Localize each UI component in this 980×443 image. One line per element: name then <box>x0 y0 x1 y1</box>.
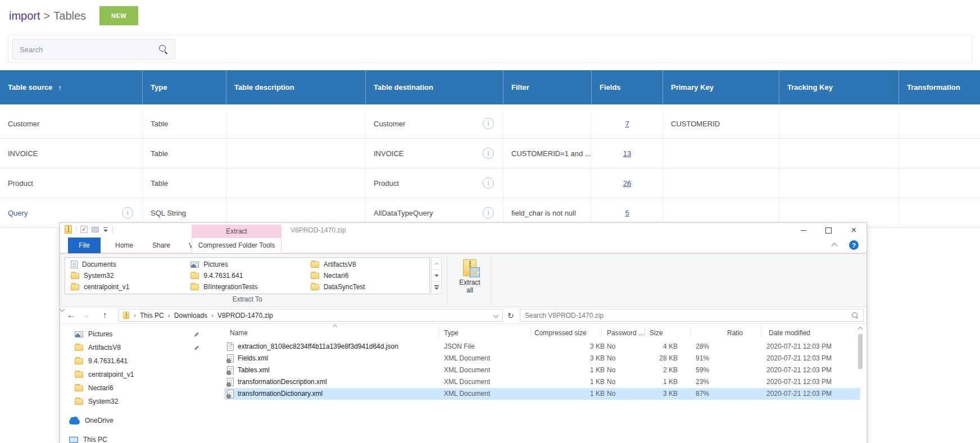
gallery-item-label: BIIntegrationTests <box>203 283 257 291</box>
search-icon[interactable] <box>159 45 168 54</box>
address-dropdown-icon[interactable] <box>493 313 499 318</box>
gallery-folder-item[interactable]: Nectari6 <box>307 270 427 281</box>
gallery-scroll-down-icon[interactable] <box>431 270 442 282</box>
gallery-folder-item[interactable]: centralpoint_v1 <box>67 281 187 293</box>
close-button[interactable] <box>841 223 866 238</box>
tab-file[interactable]: File <box>68 238 101 253</box>
column-header-table-description[interactable]: Table description <box>226 70 366 104</box>
gallery-scroll-up-icon[interactable] <box>431 257 442 270</box>
file-row[interactable]: Tables.xmlXML Document1 KBNo2 KB59%2020-… <box>224 364 860 376</box>
sidebar-item-onedrive[interactable]: OneDrive <box>60 414 221 427</box>
file-column-size[interactable]: Size <box>650 329 663 337</box>
zip-file-icon[interactable] <box>65 225 72 234</box>
column-header-transformation[interactable]: Transformation <box>899 70 980 104</box>
column-resize-handle[interactable] <box>691 326 691 337</box>
search-input[interactable]: Search <box>12 39 175 60</box>
fields-count-link[interactable]: 26 <box>623 179 631 188</box>
file-column-type[interactable]: Type <box>444 329 459 337</box>
sidebar-item-artifactsv8[interactable]: ArtifactsV8 <box>60 341 221 354</box>
refresh-icon[interactable]: ↻ <box>507 311 514 320</box>
file-column-name[interactable]: Name <box>230 329 248 337</box>
gallery-folder-item[interactable]: DataSyncTest <box>307 281 427 293</box>
info-icon[interactable] <box>483 118 494 129</box>
fields-count-link[interactable]: 5 <box>625 209 629 217</box>
table-row[interactable]: INVOICETableINVOICECUSTOMERID=1 and ...1… <box>0 139 980 168</box>
file-date-modified: 2020-07-21 12:03 PM <box>766 342 832 350</box>
minimize-button[interactable] <box>791 223 816 238</box>
collapse-ribbon-icon[interactable] <box>832 242 837 248</box>
up-icon[interactable]: ↑ <box>103 310 107 319</box>
sidebar-item-system32[interactable]: System32 <box>60 395 221 408</box>
address-bar[interactable]: This PC Downloads V8PROD-1470.zip <box>119 309 503 322</box>
fields-count-link[interactable]: 13 <box>623 149 631 158</box>
forward-icon[interactable]: → <box>81 310 90 319</box>
sidebar-item-centralpoint-v1[interactable]: centralpoint_v1 <box>60 368 221 381</box>
folder-icon[interactable] <box>92 227 99 232</box>
cell-type: Table <box>143 139 226 168</box>
file-row[interactable]: extraction_8108ec8234ff4b11a139e8f3d941d… <box>224 341 860 353</box>
sidebar-item-9-4-7631-641[interactable]: 9.4.7631.641 <box>60 354 221 368</box>
table-source-link[interactable]: Query <box>8 209 28 217</box>
check-icon[interactable] <box>80 226 88 233</box>
address-segment-zip[interactable]: V8PROD-1470.zip <box>217 312 273 319</box>
file-name: extraction_8108ec8234ff4b11a139e8f3d941d… <box>238 342 398 350</box>
column-header-fields[interactable]: Fields <box>592 70 663 104</box>
column-resize-handle[interactable] <box>601 326 602 337</box>
info-icon[interactable] <box>122 207 133 218</box>
folder-icon <box>75 345 83 351</box>
file-column-ratio[interactable]: Ratio <box>727 329 743 337</box>
explorer-search-input[interactable]: Search V8PROD-1470.zip <box>520 309 864 322</box>
column-header-tracking-key[interactable]: Tracking Key <box>779 70 899 104</box>
table-row[interactable]: CustomerTableCustomer7CUSTOMERID <box>0 109 980 139</box>
column-header-table-source[interactable]: Table source ↑ <box>0 70 143 104</box>
sidebar-item-nectari6[interactable]: Nectari6 <box>60 381 221 395</box>
column-resize-handle[interactable] <box>761 326 761 337</box>
column-header-filter[interactable]: Filter <box>503 70 592 104</box>
file-row[interactable]: transformationDictionary.xmlXML Document… <box>224 388 860 400</box>
file-row[interactable]: transformationDescription.xmlXML Documen… <box>224 376 860 388</box>
file-column-compressed-size[interactable]: Compressed size <box>534 329 587 337</box>
back-icon[interactable]: ← <box>67 310 75 319</box>
explorer-titlebar[interactable]: Extract V8PROD-1470.zip <box>60 223 866 238</box>
table-row[interactable]: ProductTableProduct26 <box>0 168 980 198</box>
gallery-folder-item[interactable]: System32 <box>67 270 187 281</box>
column-resize-handle[interactable] <box>439 326 439 337</box>
file-column-password[interactable]: Password ... <box>607 329 644 337</box>
column-header-table-destination[interactable]: Table destination <box>366 70 503 104</box>
info-icon[interactable] <box>483 148 494 159</box>
address-segment-downloads[interactable]: Downloads <box>174 312 207 319</box>
contextual-tab-extract[interactable]: Extract <box>192 225 282 238</box>
new-button[interactable]: NEW <box>99 6 138 25</box>
gallery-more-icon[interactable] <box>431 282 442 294</box>
gallery-folder-item[interactable]: 9.4.7631.641 <box>187 270 307 281</box>
sort-caret-icon[interactable] <box>332 324 338 328</box>
fields-count-link[interactable]: 7 <box>625 120 629 128</box>
tab-compressed-folder-tools[interactable]: Compressed Folder Tools <box>192 238 282 253</box>
cell-fields: 7 <box>592 109 663 138</box>
file-row[interactable]: Fields.xmlXML Document3 KBNo28 KB91%2020… <box>224 353 860 364</box>
column-header-type[interactable]: Type <box>143 70 226 104</box>
gallery-folder-item[interactable]: BIIntegrationTests <box>187 281 307 293</box>
info-icon[interactable] <box>483 177 494 189</box>
gallery-folder-item[interactable]: Pictures <box>187 259 307 270</box>
breadcrumb-section[interactable]: import <box>9 10 40 22</box>
tab-share[interactable]: Share <box>146 238 177 253</box>
help-icon[interactable]: ? <box>849 240 859 250</box>
extract-all-button[interactable]: Extractall <box>453 257 486 304</box>
table-source-text: Product <box>8 179 33 188</box>
gallery-folder-item[interactable]: ArtifactsV8 <box>307 259 427 270</box>
import-tables-table: Table source ↑ Type Table description Ta… <box>0 70 980 228</box>
maximize-button[interactable] <box>816 223 841 238</box>
column-header-primary-key[interactable]: Primary Key <box>663 70 779 104</box>
more-arrow-icon[interactable] <box>103 227 108 232</box>
sidebar-item-this-pc[interactable]: This PC <box>60 433 221 443</box>
info-icon[interactable] <box>483 207 494 218</box>
tab-home[interactable]: Home <box>110 238 139 253</box>
sidebar-item-pictures[interactable]: Pictures <box>60 327 221 341</box>
file-column-date-modified[interactable]: Date modified <box>769 329 810 337</box>
gallery-folder-item[interactable]: Documents <box>67 259 187 270</box>
column-resize-handle[interactable] <box>645 326 645 337</box>
cell-table-description <box>226 139 366 168</box>
column-resize-handle[interactable] <box>530 326 531 337</box>
address-segment-this-pc[interactable]: This PC <box>140 312 164 319</box>
